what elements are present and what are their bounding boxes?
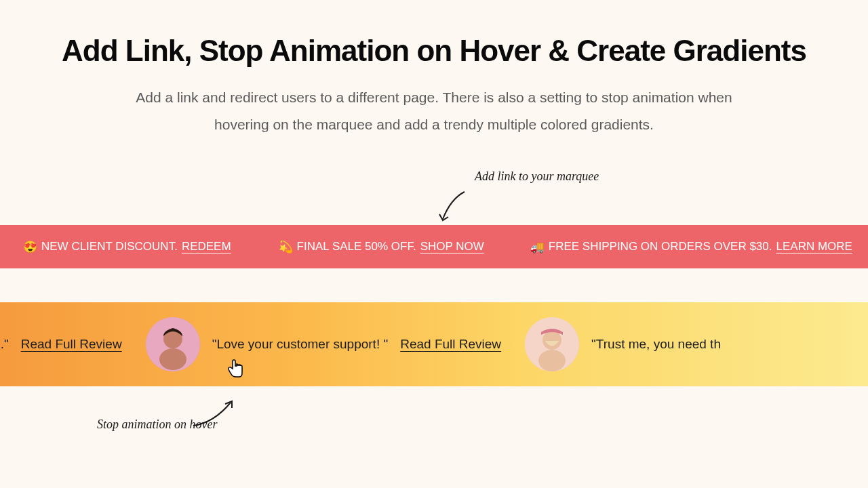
promo-link-learnmore[interactable]: LEARN MORE — [776, 240, 852, 253]
read-full-review-link[interactable]: Read Full Review — [400, 337, 501, 352]
svg-point-2 — [159, 348, 186, 370]
marquee-reviews-bar: ral deodorant I've ever tried." Read Ful… — [0, 302, 868, 386]
page-subtitle: Add a link and redirect users to a diffe… — [129, 84, 739, 138]
emoji-icon: 😍 — [23, 240, 37, 254]
review-quote: ral deodorant I've ever tried." — [0, 337, 9, 352]
promo-text: FREE SHIPPING ON ORDERS OVER $30. — [549, 240, 772, 253]
avatar — [146, 317, 200, 371]
emoji-icon: 🚚 — [530, 240, 545, 254]
annotation-add-link: Add link to your marquee — [475, 168, 599, 185]
promo-link-redeem[interactable]: REDEEM — [182, 240, 231, 253]
promo-text: FINAL SALE 50% OFF. — [297, 240, 416, 253]
promo-item: 😍 NEW CLIENT DISCOUNT. REDEEM — [23, 240, 231, 254]
page-title: Add Link, Stop Animation on Hover & Crea… — [0, 34, 868, 68]
avatar — [525, 317, 579, 371]
hand-cursor-icon — [226, 359, 245, 380]
promo-item: 🚚 FREE SHIPPING ON ORDERS OVER $30. LEAR… — [530, 240, 852, 254]
promo-link-shopnow[interactable]: SHOP NOW — [420, 240, 484, 253]
promo-item: 💫 FINAL SALE 50% OFF. SHOP NOW — [279, 240, 484, 254]
review-quote: "Love your customer support! " — [212, 337, 389, 352]
arrow-down-icon — [431, 188, 471, 226]
svg-point-4 — [542, 331, 561, 350]
review-quote: "Trust me, you need th — [591, 337, 721, 352]
review-item: "Love your customer support! " Read Full… — [146, 317, 501, 371]
review-item: "Trust me, you need th — [525, 317, 721, 371]
review-item: ral deodorant I've ever tried." Read Ful… — [0, 337, 122, 352]
promo-text: NEW CLIENT DISCOUNT. — [41, 240, 178, 253]
emoji-icon: 💫 — [279, 240, 293, 254]
annotation-stop-hover: Stop animation on hover — [97, 416, 218, 433]
svg-point-5 — [538, 350, 566, 371]
read-full-review-link[interactable]: Read Full Review — [21, 337, 122, 352]
marquee-promo-bar: 😍 NEW CLIENT DISCOUNT. REDEEM 💫 FINAL SA… — [0, 225, 868, 268]
header-section: Add Link, Stop Animation on Hover & Crea… — [0, 0, 868, 138]
